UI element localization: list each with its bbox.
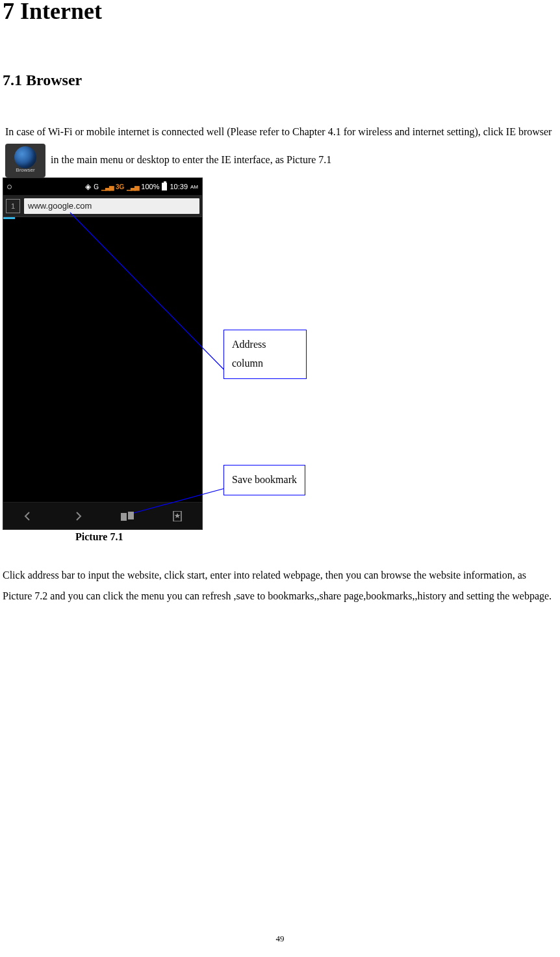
bookmark-callout-box: Save bookmark [223, 465, 305, 495]
back-button[interactable] [10, 506, 45, 526]
intro-text-part-1: In case of Wi-Fi or mobile internet is c… [5, 126, 552, 137]
signal-bars-2-icon: ▁▃▅ [127, 183, 138, 190]
page-count-icon[interactable]: 1 [6, 199, 20, 213]
address-callout-text: Address column [232, 339, 266, 369]
bookmarks-button[interactable] [110, 506, 145, 526]
intro-paragraph: In case of Wi-Fi or mobile internet is c… [0, 120, 560, 178]
section-heading: 7.1 Browser [3, 72, 560, 89]
phone-bottom-bar [3, 502, 202, 529]
svg-rect-0 [121, 513, 127, 521]
svg-rect-1 [128, 512, 134, 519]
signal-bars-icon: ▁▃▅ [101, 183, 113, 190]
battery-pct: 100% [141, 183, 159, 190]
browser-app-icon: Browser [5, 144, 45, 177]
figure-7-1: ◈ G ▁▃▅ 3G ▁▃▅ 100% 10:39 AM 1 www.googl… [0, 177, 560, 542]
browser-viewport [3, 219, 202, 503]
battery-icon [162, 183, 167, 190]
bookmarks-icon [121, 512, 134, 521]
status-time: 10:39 [170, 183, 188, 190]
browser-icon-label: Browser [5, 164, 45, 176]
phone-address-bar[interactable]: 1 www.google.com [3, 195, 202, 217]
chevron-left-icon [23, 511, 33, 521]
forward-button[interactable] [60, 506, 95, 526]
url-field[interactable]: www.google.com [24, 198, 199, 214]
phone-screenshot: ◈ G ▁▃▅ 3G ▁▃▅ 100% 10:39 AM 1 www.googl… [3, 177, 203, 530]
instructions-paragraph: Click address bar to input the website, … [0, 565, 560, 607]
star-button[interactable] [160, 506, 195, 526]
data-g-icon: G [94, 183, 99, 190]
status-ampm: AM [190, 184, 198, 190]
alarm-icon [7, 185, 12, 189]
wifi-icon: ◈ [85, 182, 91, 191]
address-callout-box: Address column [223, 330, 307, 379]
chevron-right-icon [73, 511, 83, 521]
phone-status-bar: ◈ G ▁▃▅ 3G ▁▃▅ 100% 10:39 AM [3, 178, 202, 195]
chapter-heading: 7 Internet [3, 0, 560, 25]
figure-caption: Picture 7.1 [75, 531, 123, 543]
network-type: 3G [116, 183, 124, 190]
page-number: 49 [0, 934, 560, 944]
star-icon [172, 511, 183, 521]
bookmark-callout-text: Save bookmark [232, 474, 297, 485]
intro-text-part-2: in the main menu or desktop to enter the… [51, 154, 331, 165]
